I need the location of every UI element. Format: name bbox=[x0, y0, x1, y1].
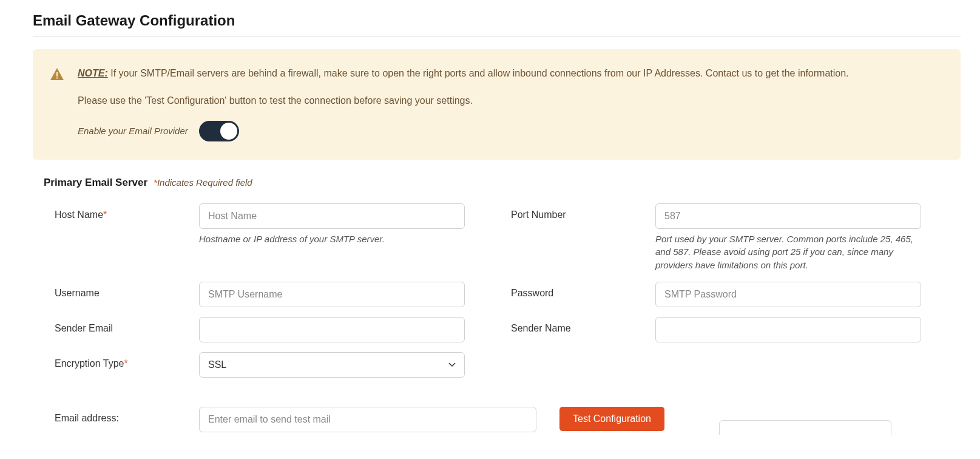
warning-icon bbox=[50, 67, 64, 83]
page-title: Email Gateway Configuration bbox=[33, 12, 961, 37]
host-name-help: Hostname or IP address of your SMTP serv… bbox=[199, 233, 465, 246]
username-input[interactable] bbox=[199, 282, 465, 307]
host-name-label: Host Name* bbox=[55, 203, 199, 220]
note-label: NOTE: bbox=[78, 68, 108, 78]
encryption-type-label: Encryption Type* bbox=[55, 352, 199, 369]
sender-email-input[interactable] bbox=[199, 317, 465, 342]
test-email-input[interactable] bbox=[199, 407, 536, 432]
port-number-input[interactable] bbox=[655, 203, 921, 229]
test-email-label: Email address: bbox=[55, 407, 199, 424]
password-label: Password bbox=[511, 282, 655, 299]
note-line-2: Please use the 'Test Configuration' butt… bbox=[78, 93, 939, 109]
port-number-help: Port used by your SMTP server. Common po… bbox=[655, 233, 921, 272]
svg-rect-0 bbox=[56, 72, 58, 76]
note-box: NOTE: If your SMTP/Email servers are beh… bbox=[33, 49, 961, 160]
toggle-knob bbox=[220, 123, 237, 140]
host-name-input[interactable] bbox=[199, 203, 465, 229]
encryption-type-select[interactable]: SSL bbox=[199, 352, 465, 378]
section-title: Primary Email Server bbox=[44, 177, 147, 189]
required-note: *Indicates Required field bbox=[154, 177, 252, 188]
sender-name-label: Sender Name bbox=[511, 317, 655, 334]
enable-provider-label: Enable your Email Provider bbox=[78, 124, 188, 138]
sender-name-input[interactable] bbox=[655, 317, 921, 342]
test-configuration-button[interactable]: Test Configuration bbox=[559, 407, 664, 431]
svg-rect-1 bbox=[56, 78, 58, 79]
note-line-1: NOTE: If your SMTP/Email servers are beh… bbox=[78, 66, 939, 81]
port-number-label: Port Number bbox=[511, 203, 655, 220]
username-label: Username bbox=[55, 282, 199, 299]
enable-provider-toggle[interactable] bbox=[199, 121, 239, 141]
password-input[interactable] bbox=[655, 282, 921, 307]
sender-email-label: Sender Email bbox=[55, 317, 199, 334]
partial-box bbox=[719, 420, 891, 435]
